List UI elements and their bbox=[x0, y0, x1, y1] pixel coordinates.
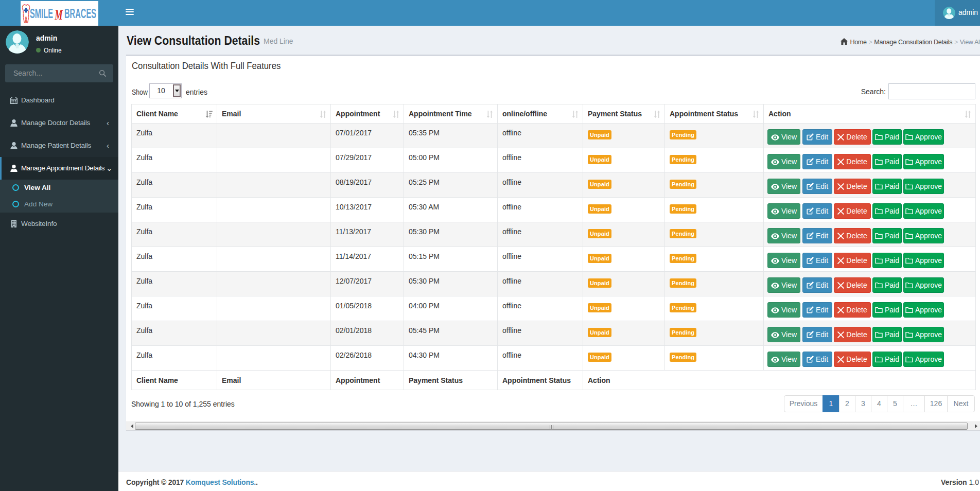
svg-text:BRACES: BRACES bbox=[64, 6, 96, 21]
svg-text:SMILE: SMILE bbox=[30, 6, 53, 21]
svg-text:M: M bbox=[55, 7, 63, 23]
